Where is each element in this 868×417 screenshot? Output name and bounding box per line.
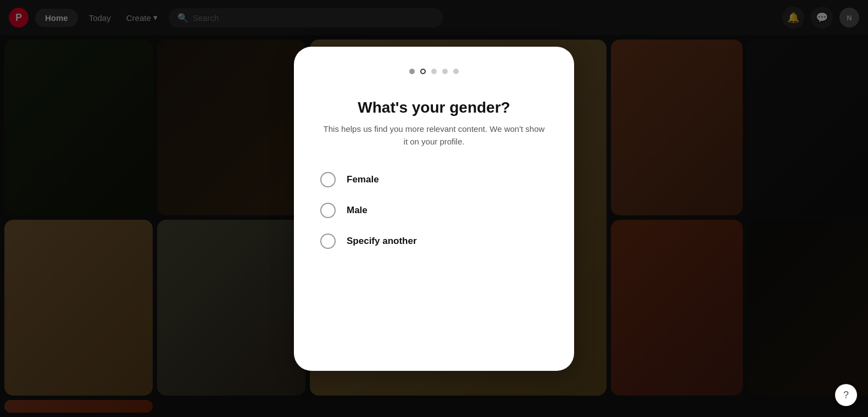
step-dot-2 <box>420 69 426 74</box>
gender-options: Female Male Specify another <box>320 172 548 249</box>
option-specify-another-label: Specify another <box>347 236 417 247</box>
help-button[interactable]: ? <box>835 384 857 406</box>
step-indicator <box>409 69 459 74</box>
step-dot-5 <box>453 69 459 74</box>
option-specify-another[interactable]: Specify another <box>320 233 548 249</box>
option-male[interactable]: Male <box>320 203 548 218</box>
option-male-label: Male <box>347 205 368 216</box>
step-dot-3 <box>431 69 437 74</box>
help-icon: ? <box>843 390 849 401</box>
modal-subtitle: This helps us find you more relevant con… <box>320 123 548 148</box>
radio-specify-another[interactable] <box>320 233 336 249</box>
radio-female[interactable] <box>320 172 336 187</box>
option-female-label: Female <box>347 174 379 185</box>
gender-modal: What's your gender? This helps us find y… <box>294 47 574 371</box>
step-dot-4 <box>442 69 448 74</box>
option-female[interactable]: Female <box>320 172 548 187</box>
modal-title: What's your gender? <box>358 98 510 117</box>
radio-male[interactable] <box>320 203 336 218</box>
step-dot-1 <box>409 69 415 74</box>
